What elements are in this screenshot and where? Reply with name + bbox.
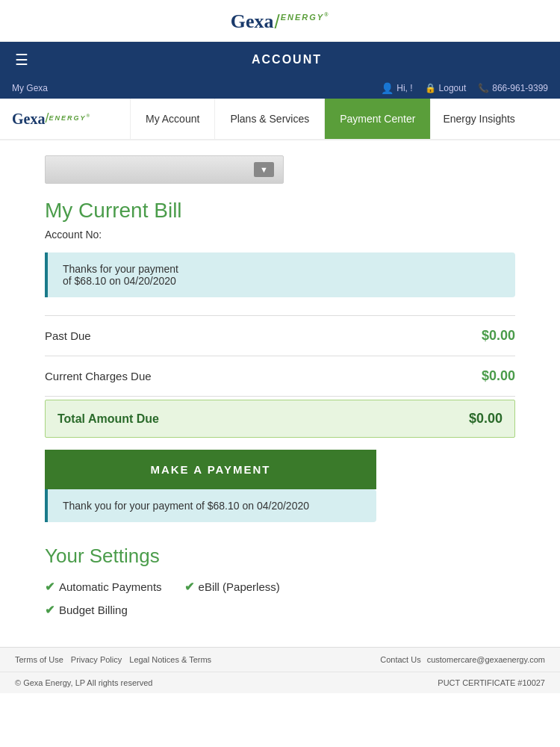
settings-items-row1: ✔ Automatic Payments ✔ eBill (Paperless) <box>45 580 515 594</box>
settings-title: Your Settings <box>45 545 515 568</box>
make-payment-button[interactable]: MAKE A PAYMENT <box>45 450 376 489</box>
brand-name: Gexa <box>231 10 274 33</box>
footer-bottom: © Gexa Energy, LP All rights reserved PU… <box>0 672 560 693</box>
ebill-label: eBill (Paperless) <box>199 580 280 593</box>
past-due-amount: $0.00 <box>482 328 515 344</box>
nav-logo-wrap: Gexa / ENERGY® <box>0 99 131 139</box>
setting-ebill: ✔ eBill (Paperless) <box>184 580 280 594</box>
account-no: Account No: <box>45 229 515 241</box>
past-due-label: Past Due <box>45 329 91 342</box>
current-charges-label: Current Charges Due <box>45 370 152 382</box>
nav-item-my-account[interactable]: My Account <box>131 99 215 139</box>
nav-item-energy-insights[interactable]: Energy Insights <box>431 99 527 139</box>
payment-confirmation-box: Thank you for your payment of $68.10 on … <box>45 489 376 522</box>
account-dropdown[interactable]: ▼ <box>45 155 284 184</box>
nav-brand-energy: ENERGY® <box>49 114 90 122</box>
total-amount-row: Total Amount Due $0.00 <box>45 400 515 438</box>
legal-notices-link[interactable]: Legal Notices & Terms <box>129 655 211 664</box>
terms-of-use-link[interactable]: Terms of Use <box>15 655 63 664</box>
hamburger-icon[interactable]: ☰ <box>15 51 28 69</box>
setting-auto-payments: ✔ Automatic Payments <box>45 580 162 594</box>
footer-top: Terms of Use Privacy Policy Legal Notice… <box>0 647 560 672</box>
contact-email[interactable]: customercare@gexaenergy.com <box>427 655 545 664</box>
setting-budget-billing: ✔ Budget Billing <box>45 603 128 617</box>
check-icon-auto-pay: ✔ <box>45 580 55 594</box>
nav-item-payment-center[interactable]: Payment Center <box>325 99 431 139</box>
budget-billing-label: Budget Billing <box>59 604 128 616</box>
current-charges-row: Current Charges Due $0.00 <box>45 356 515 397</box>
total-label: Total Amount Due <box>57 412 159 426</box>
dropdown-container: ▼ <box>45 155 515 184</box>
footer-contact: Contact Us customercare@gexaenergy.com <box>380 655 545 664</box>
check-icon-budget: ✔ <box>45 603 55 617</box>
header-bar: ☰ ACCOUNT <box>0 42 560 78</box>
current-charges-amount: $0.00 <box>482 368 515 384</box>
my-gexa-link[interactable]: My Gexa <box>12 83 48 93</box>
main-content: ▼ My Current Bill Account No: Thanks for… <box>0 140 560 647</box>
contact-us-label: Contact Us <box>380 655 420 664</box>
payment-notice-box: Thanks for your payment of $68.10 on 04/… <box>45 252 515 297</box>
dropdown-arrow-icon: ▼ <box>254 162 274 177</box>
payment-confirm-text: Thank you for your payment of $68.10 on … <box>63 500 309 512</box>
settings-items-row2: ✔ Budget Billing <box>45 603 515 617</box>
sub-header: My Gexa 👤 Hi, ! 🔒 Logout 📞 866-961-9399 <box>0 78 560 99</box>
past-due-row: Past Due $0.00 <box>45 316 515 356</box>
footer-links: Terms of Use Privacy Policy Legal Notice… <box>15 655 211 664</box>
privacy-policy-link[interactable]: Privacy Policy <box>71 655 122 664</box>
header-title: ACCOUNT <box>28 53 545 66</box>
user-greeting: 👤 Hi, ! <box>381 82 412 94</box>
brand-slash: / <box>274 10 279 34</box>
settings-section: Your Settings ✔ Automatic Payments ✔ eBi… <box>45 545 515 632</box>
bill-section-title: My Current Bill <box>45 199 515 223</box>
puct-certificate: PUCT CERTIFICATE #10027 <box>438 678 545 687</box>
phone-number: 📞 866-961-9399 <box>478 83 548 93</box>
check-icon-ebill: ✔ <box>184 580 194 594</box>
nav-item-plans-services[interactable]: Plans & Services <box>215 99 325 139</box>
brand-energy: ENERGY® <box>281 12 330 22</box>
payment-notice-text: Thanks for your payment of $68.10 on 04/… <box>63 263 178 287</box>
nav-brand-main: Gexa <box>12 111 45 128</box>
total-amount: $0.00 <box>469 411 503 427</box>
nav-bar: Gexa / ENERGY® My Account Plans & Servic… <box>0 99 560 140</box>
top-logo-bar: Gexa / ENERGY® <box>0 0 560 42</box>
copyright-text: © Gexa Energy, LP All rights reserved <box>15 678 152 687</box>
auto-payments-label: Automatic Payments <box>59 580 162 593</box>
bill-table: Past Due $0.00 Current Charges Due $0.00… <box>45 315 515 438</box>
logout-link[interactable]: 🔒 Logout <box>425 83 467 93</box>
